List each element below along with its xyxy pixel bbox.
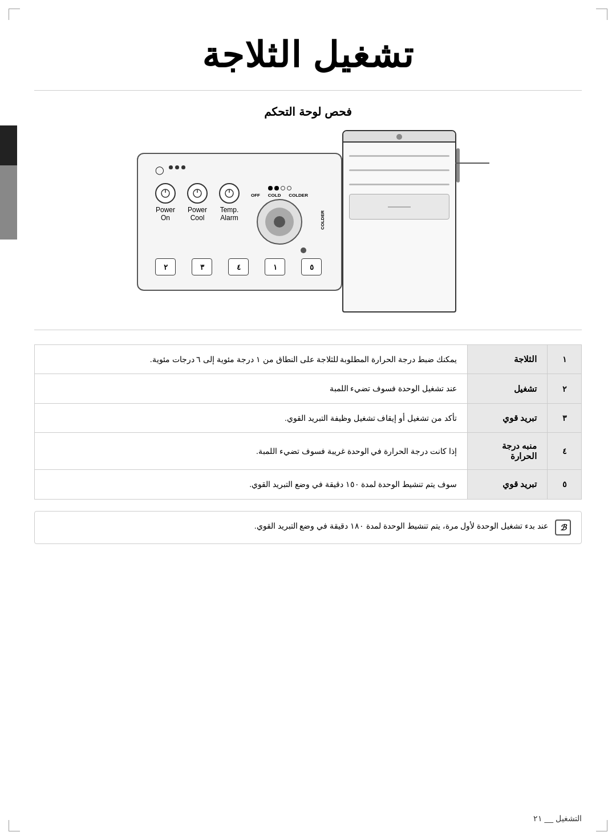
row-desc-3: تأكد من تشغيل أو إيقاف تشغيل وظيفة التبر…	[35, 403, 468, 432]
corner-bl	[9, 820, 20, 831]
row-number-2: ٢	[548, 374, 582, 403]
corner-tl	[9, 9, 20, 20]
temperature-dial-wrapper: OFF COLD COLDER COLDE	[251, 186, 308, 255]
page-title: تشغيل الثلاجة	[34, 34, 582, 76]
drawer-icon	[382, 201, 416, 213]
title-divider	[34, 90, 582, 91]
panel-dot-1	[181, 165, 185, 169]
table-row: ٢ تشغيل عند تشغيل الوحدة فسوف تضيء اللمب…	[35, 374, 582, 403]
row-desc-1: يمكنك ضبط درجة الحرارة المطلوبة للثلاجة …	[35, 345, 468, 374]
note-box: ℬ عند بدء تشغيل الوحدة لأول مرة، يتم تنش…	[34, 511, 582, 544]
table-row: ٣ تبريد قوي تأكد من تشغيل أو إيقاف تشغيل…	[35, 403, 582, 432]
panel-dot-3	[169, 165, 173, 169]
row-number-3: ٣	[548, 403, 582, 432]
panel-dot-2	[175, 165, 179, 169]
dial-dot-1	[268, 186, 273, 190]
control-panel: ◯ Power On	[137, 153, 342, 291]
row-label-4: منبه درجة الحرارة	[468, 433, 548, 470]
temp-alarm-button-group: Temp. Alarm	[219, 183, 240, 222]
diagram-area: ◯ Power On	[34, 130, 582, 313]
temp-dial-knob	[274, 216, 285, 228]
table-row: ٥ تبريد قوي سوف يتم تنشيط الوحدة لمدة ١٥…	[35, 470, 582, 499]
row-label-3: تبريد قوي	[468, 403, 548, 432]
dial-tick-icon	[299, 246, 308, 255]
temp-alarm-label: Temp. Alarm	[220, 206, 239, 222]
dial-label-off: OFF	[251, 193, 260, 198]
row-desc-2: عند تشغيل الوحدة فسوف تضيء اللمبة	[35, 374, 468, 403]
row-number-5: ٥	[548, 470, 582, 499]
dial-label-colder: COLDER	[289, 193, 308, 198]
info-table: ١ الثلاجة يمكنك ضبط درجة الحرارة المطلوب…	[34, 344, 582, 500]
power-cool-label: Power Cool	[188, 206, 207, 222]
fridge-handle	[456, 148, 460, 182]
number-box-5: ٥	[301, 258, 322, 275]
table-row: ٤ منبه درجة الحرارة إذا كانت درجة الحرار…	[35, 433, 582, 470]
power-on-button-group: Power On	[155, 183, 176, 222]
dial-label-cold: COLD	[268, 193, 281, 198]
temp-alarm-icon	[224, 188, 234, 198]
row-label-5: تبريد قوي	[468, 470, 548, 499]
row-desc-4: إذا كانت درجة الحرارة في الوحدة غريبة فس…	[35, 433, 468, 470]
panel-circle-icon: ◯	[155, 165, 164, 175]
svg-point-7	[301, 247, 306, 253]
fridge-drawer	[349, 194, 449, 220]
temp-dial-outer[interactable]	[257, 199, 302, 245]
temp-dial-inner	[265, 208, 294, 236]
row-number-4: ٤	[548, 433, 582, 470]
note-text: عند بدء تشغيل الوحدة لأول مرة، يتم تنشيط…	[254, 520, 548, 533]
fridge-shelf-3	[349, 184, 449, 185]
power-cool-icon	[192, 188, 202, 198]
fridge-shelf-1	[349, 155, 449, 157]
fridge-light	[396, 134, 402, 140]
number-box-1: ١	[265, 258, 285, 275]
row-number-1: ١	[548, 345, 582, 374]
row-desc-5: سوف يتم تنشيط الوحدة لمدة ١٥٠ دقيقة في و…	[35, 470, 468, 499]
page-subtitle: فحص لوحة التحكم	[34, 105, 582, 119]
row-label-1: الثلاجة	[468, 345, 548, 374]
power-cool-circle[interactable]	[187, 183, 208, 204]
dial-dot-3	[281, 186, 285, 190]
temp-alarm-circle[interactable]	[219, 183, 240, 204]
corner-br	[596, 820, 607, 831]
number-box-3: ٣	[192, 258, 212, 275]
dial-dot-2	[274, 186, 279, 190]
power-on-icon	[160, 188, 171, 198]
number-box-2: ٢	[155, 258, 176, 275]
colder-side-label: COLDER	[320, 210, 325, 230]
footer: التشغيل __ ٢١	[34, 814, 582, 823]
fridge-illustration	[342, 130, 456, 313]
dial-labels-row: OFF COLD COLDER	[251, 193, 308, 198]
side-tab-black	[0, 125, 17, 165]
fridge-connector	[455, 163, 489, 164]
footer-page-number: التشغيل __ ٢١	[533, 814, 582, 823]
power-on-circle[interactable]	[155, 183, 176, 204]
dial-tick	[251, 246, 308, 255]
dial-circle-container: COLDER	[251, 199, 308, 245]
page: تشغيل الثلاجة فحص لوحة التحكم	[0, 0, 616, 840]
corner-tr	[596, 9, 607, 20]
panel-number-row: ٢ ٣ ٤ ١ ٥	[155, 258, 324, 275]
content-divider	[34, 330, 582, 330]
row-label-2: تشغيل	[468, 374, 548, 403]
note-icon: ℬ	[555, 520, 571, 535]
panel-controls-row: Power On Power Cool	[155, 183, 324, 255]
info-table-body: ١ الثلاجة يمكنك ضبط درجة الحرارة المطلوب…	[35, 345, 582, 500]
fridge-shelf-2	[349, 169, 449, 171]
side-tab	[0, 125, 17, 240]
dial-dot-4	[287, 186, 291, 190]
number-box-4: ٤	[228, 258, 249, 275]
dial-dots-row	[251, 186, 308, 190]
side-tab-gray	[0, 165, 17, 240]
table-row: ١ الثلاجة يمكنك ضبط درجة الحرارة المطلوب…	[35, 345, 582, 374]
power-on-label: Power On	[156, 206, 175, 222]
fridge-container: ◯ Power On	[148, 130, 468, 313]
power-cool-button-group: Power Cool	[187, 183, 208, 222]
panel-top-dots: ◯	[155, 165, 324, 175]
